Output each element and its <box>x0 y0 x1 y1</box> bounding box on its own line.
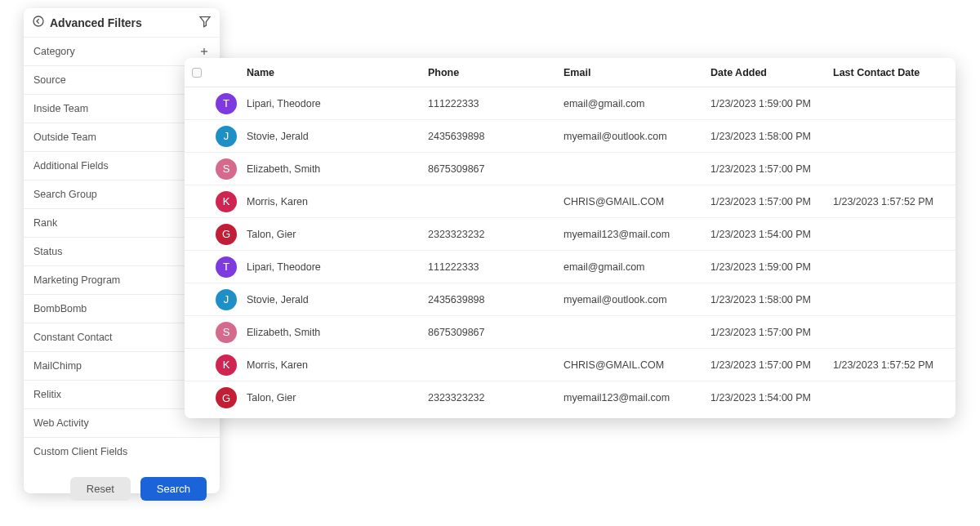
table-body: TLipari, Theodore111222333email@gmail.co… <box>185 87 956 414</box>
row-phone: 2323323232 <box>428 229 564 240</box>
table-row[interactable]: SElizabeth, Smith86753098671/23/2023 1:5… <box>185 316 956 349</box>
row-name: Stovie, Jerald <box>247 294 428 305</box>
row-email: myemail@outlook.com <box>564 294 710 305</box>
avatar: S <box>216 322 237 343</box>
row-date-added: 1/23/2023 1:58:00 PM <box>710 131 833 142</box>
row-phone: 111222333 <box>428 98 564 109</box>
filters-header: Advanced Filters <box>24 8 220 38</box>
avatar: K <box>216 191 237 212</box>
search-button[interactable]: Search <box>140 477 207 501</box>
svg-point-0 <box>33 16 43 26</box>
table-row[interactable]: GTalon, Gier2323323232myemail123@mail.co… <box>185 218 956 251</box>
row-date-added: 1/23/2023 1:57:00 PM <box>710 359 833 371</box>
row-name: Lipari, Theodore <box>247 261 428 273</box>
avatar: G <box>216 224 237 245</box>
table-header-row: Name Phone Email Date Added Last Contact… <box>185 58 956 87</box>
avatar: T <box>216 93 237 114</box>
column-email[interactable]: Email <box>564 67 710 78</box>
filter-item-label: BombBomb <box>33 303 87 314</box>
filters-title: Advanced Filters <box>50 16 194 29</box>
filter-item-label: Marketing Program <box>33 274 120 286</box>
contacts-table: Name Phone Email Date Added Last Contact… <box>185 58 956 418</box>
table-row[interactable]: JStovie, Jerald2435639898myemail@outlook… <box>185 120 956 153</box>
table-row[interactable]: JStovie, Jerald2435639898myemail@outlook… <box>185 283 956 316</box>
row-email: myemail@outlook.com <box>564 131 710 142</box>
row-email: email@gmail.com <box>564 98 710 109</box>
row-phone: 111222333 <box>428 261 564 273</box>
back-icon[interactable] <box>32 15 45 30</box>
filter-item-label: Additional Fields <box>33 160 109 172</box>
filter-icon[interactable] <box>198 15 212 30</box>
row-email: CHRIS@GMAIL.COM <box>564 359 710 371</box>
row-date-added: 1/23/2023 1:54:00 PM <box>710 229 833 240</box>
row-name: Elizabeth, Smith <box>247 163 428 175</box>
row-avatar-cell: S <box>216 322 247 343</box>
row-date-added: 1/23/2023 1:59:00 PM <box>710 261 833 273</box>
filter-item-label: Constant Contact <box>33 332 113 343</box>
filter-item-label: Source <box>33 74 66 86</box>
select-all-checkbox[interactable] <box>192 68 202 78</box>
plus-icon[interactable] <box>198 46 210 57</box>
row-email: CHRIS@GMAIL.COM <box>564 196 710 207</box>
row-avatar-cell: G <box>216 224 247 245</box>
row-name: Talon, Gier <box>247 229 428 240</box>
filter-item-label: Custom Client Fields <box>33 446 127 457</box>
avatar: S <box>216 158 237 180</box>
row-phone: 2435639898 <box>428 294 564 305</box>
row-name: Stovie, Jerald <box>247 131 428 142</box>
row-phone: 8675309867 <box>428 163 564 175</box>
filter-item-label: Relitix <box>33 389 61 400</box>
row-phone: 8675309867 <box>428 327 564 338</box>
svg-marker-1 <box>200 17 210 27</box>
row-avatar-cell: K <box>216 354 247 376</box>
filter-item-label: Web Activity <box>33 417 89 429</box>
row-last-contact: 1/23/2023 1:57:52 PM <box>833 196 956 207</box>
row-avatar-cell: S <box>216 158 247 180</box>
filter-item-label: Search Group <box>33 189 97 200</box>
column-phone[interactable]: Phone <box>428 67 564 78</box>
row-avatar-cell: T <box>216 93 247 114</box>
avatar: K <box>216 354 237 376</box>
row-date-added: 1/23/2023 1:54:00 PM <box>710 392 833 403</box>
filter-item-label: Rank <box>33 217 57 229</box>
row-name: Morris, Karen <box>247 359 428 371</box>
filter-item-label: Outside Team <box>33 132 96 143</box>
table-row[interactable]: TLipari, Theodore111222333email@gmail.co… <box>185 87 956 120</box>
column-last-contact[interactable]: Last Contact Date <box>833 67 956 78</box>
row-avatar-cell: J <box>216 126 247 147</box>
row-avatar-cell: T <box>216 256 247 278</box>
table-row[interactable]: KMorris, KarenCHRIS@GMAIL.COM1/23/2023 1… <box>185 185 956 218</box>
row-name: Morris, Karen <box>247 196 428 207</box>
avatar: T <box>216 256 237 278</box>
row-date-added: 1/23/2023 1:57:00 PM <box>710 163 833 175</box>
row-avatar-cell: J <box>216 289 247 310</box>
row-email: myemail123@mail.com <box>564 392 710 403</box>
table-row[interactable]: KMorris, KarenCHRIS@GMAIL.COM1/23/2023 1… <box>185 349 956 381</box>
row-avatar-cell: G <box>216 387 247 408</box>
row-phone: 2435639898 <box>428 131 564 142</box>
filter-item-label: Category <box>33 46 75 57</box>
filter-item-label: MailChimp <box>33 360 82 372</box>
row-date-added: 1/23/2023 1:57:00 PM <box>710 327 833 338</box>
avatar: G <box>216 387 237 408</box>
row-name: Elizabeth, Smith <box>247 327 428 338</box>
table-row[interactable]: SElizabeth, Smith86753098671/23/2023 1:5… <box>185 153 956 185</box>
filter-item-label: Status <box>33 246 62 257</box>
avatar: J <box>216 289 237 310</box>
select-all-cell[interactable] <box>185 68 216 78</box>
row-date-added: 1/23/2023 1:58:00 PM <box>710 294 833 305</box>
row-name: Talon, Gier <box>247 392 428 403</box>
row-date-added: 1/23/2023 1:59:00 PM <box>710 98 833 109</box>
table-row[interactable]: GTalon, Gier2323323232myemail123@mail.co… <box>185 381 956 414</box>
row-last-contact: 1/23/2023 1:57:52 PM <box>833 359 956 371</box>
column-date-added[interactable]: Date Added <box>710 67 833 78</box>
row-date-added: 1/23/2023 1:57:00 PM <box>710 196 833 207</box>
table-row[interactable]: TLipari, Theodore111222333email@gmail.co… <box>185 251 956 283</box>
filters-footer: Reset Search <box>24 466 220 512</box>
row-email: myemail123@mail.com <box>564 229 710 240</box>
avatar: J <box>216 126 237 147</box>
reset-button[interactable]: Reset <box>70 477 131 501</box>
row-name: Lipari, Theodore <box>247 98 428 109</box>
column-name[interactable]: Name <box>247 67 428 78</box>
filter-item[interactable]: Custom Client Fields <box>24 438 220 466</box>
